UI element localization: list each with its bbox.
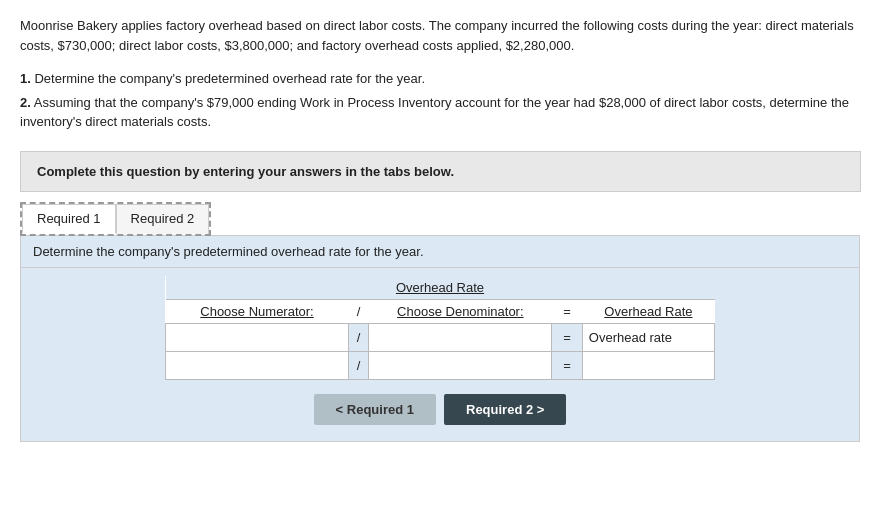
equals-header: = <box>563 304 571 319</box>
intro-text: Moonrise Bakery applies factory overhead… <box>20 18 854 53</box>
determine-text-label: Determine the company's predetermined ov… <box>33 244 424 259</box>
col3-header-text: Choose Denominator: <box>397 304 523 319</box>
determine-text: Determine the company's predetermined ov… <box>21 236 859 268</box>
row2-slash: / <box>349 351 369 379</box>
row1-result: Overhead rate <box>582 323 714 351</box>
row1-denominator-input[interactable] <box>375 328 545 347</box>
question-1: 1. Determine the company's predetermined… <box>20 69 861 89</box>
slash-header: / <box>357 304 361 319</box>
row2-result <box>582 351 714 379</box>
tab-required2[interactable]: Required 2 <box>116 204 210 234</box>
nav-buttons: < Required 1 Required 2 > <box>33 394 847 429</box>
row2-numerator-input[interactable] <box>172 356 342 375</box>
next-button[interactable]: Required 2 > <box>444 394 566 425</box>
instruction-text: Complete this question by entering your … <box>37 164 454 179</box>
table-row-1: / = Overhead rate <box>166 323 715 351</box>
q1-text: Determine the company's predetermined ov… <box>34 71 425 86</box>
table-header-row: Overhead Rate <box>166 276 715 300</box>
row2-equals: = <box>552 351 583 379</box>
q2-text: Assuming that the company's $79,000 endi… <box>20 95 849 130</box>
tabs-container: Required 1 Required 2 <box>20 202 211 236</box>
numbered-questions: 1. Determine the company's predetermined… <box>20 69 861 132</box>
q2-label: 2. <box>20 95 31 110</box>
row1-result-text: Overhead rate <box>589 330 672 345</box>
instruction-box: Complete this question by entering your … <box>20 151 861 192</box>
overhead-table: Overhead Rate Choose Numerator: / Choose… <box>165 276 715 380</box>
col1-header: Choose Numerator: <box>166 299 349 323</box>
col4-equals-header: = <box>552 299 583 323</box>
tab-content-area: Determine the company's predetermined ov… <box>20 235 860 442</box>
row1-numerator-input[interactable] <box>172 328 342 347</box>
col3-header: Choose Denominator: <box>369 299 552 323</box>
prev-button-label: < Required 1 <box>336 402 414 417</box>
row2-denominator-input[interactable] <box>375 356 545 375</box>
table-col-headers: Choose Numerator: / Choose Denominator: … <box>166 299 715 323</box>
row2-denominator-cell[interactable] <box>369 351 552 379</box>
col5-header: Overhead Rate <box>582 299 714 323</box>
tabs-section: Required 1 Required 2 Determine the comp… <box>20 202 861 442</box>
tab1-label: Required 1 <box>37 211 101 226</box>
tabs-row: Required 1 Required 2 <box>22 204 209 234</box>
tab-required1[interactable]: Required 1 <box>22 204 116 234</box>
col1-header-text: Choose Numerator: <box>200 304 313 319</box>
col2-slash-header: / <box>349 299 369 323</box>
row2-numerator-cell[interactable] <box>166 351 349 379</box>
col5-header-text: Overhead Rate <box>604 304 692 319</box>
row1-numerator-cell[interactable] <box>166 323 349 351</box>
q1-label: 1. <box>20 71 31 86</box>
row1-equals: = <box>552 323 583 351</box>
overhead-table-wrapper: Overhead Rate Choose Numerator: / Choose… <box>21 268 859 441</box>
table-row-2: / = <box>166 351 715 379</box>
prev-button[interactable]: < Required 1 <box>314 394 436 425</box>
tab2-label: Required 2 <box>131 211 195 226</box>
problem-intro: Moonrise Bakery applies factory overhead… <box>20 16 861 55</box>
row1-denominator-cell[interactable] <box>369 323 552 351</box>
table-title: Overhead Rate <box>166 276 715 300</box>
row1-slash: / <box>349 323 369 351</box>
next-button-label: Required 2 > <box>466 402 544 417</box>
question-2: 2. Assuming that the company's $79,000 e… <box>20 93 861 132</box>
